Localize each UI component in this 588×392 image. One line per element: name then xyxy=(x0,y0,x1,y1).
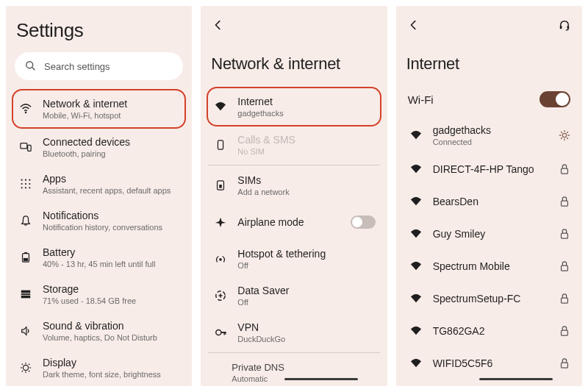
search-input[interactable]: Search settings xyxy=(15,52,183,80)
network-item-datasaver[interactable]: Data Saver Off xyxy=(208,277,379,314)
page-title: Internet xyxy=(406,54,572,74)
lock-icon xyxy=(559,357,570,369)
network-item-airplane[interactable]: Airplane mode xyxy=(208,204,379,240)
network-item-sub: DuckDuckGo xyxy=(237,335,375,343)
wifi-network-item[interactable]: Guy Smiley xyxy=(404,218,575,250)
settings-item-sub: Dark theme, font size, brightness xyxy=(43,370,180,379)
settings-item-sub: Notification history, conversations xyxy=(43,223,180,232)
wifi-label: Wi-Fi xyxy=(408,93,434,106)
phone-icon xyxy=(212,139,229,151)
settings-item-display[interactable]: Display Dark theme, font size, brightnes… xyxy=(13,349,184,386)
settings-item-label: Network & internet xyxy=(43,98,182,110)
settings-item-battery[interactable]: Battery 40% - 13 hr, 45 min left until f… xyxy=(13,239,184,276)
support-button[interactable] xyxy=(554,15,575,35)
search-icon xyxy=(25,60,37,72)
wifi-network-name: Guy Smiley xyxy=(433,228,550,240)
network-item-label: SIMs xyxy=(237,174,375,186)
wifi-network-name: Spectrum Mobile xyxy=(433,260,550,272)
network-item-label: Airplane mode xyxy=(237,216,341,228)
scrollbar[interactable] xyxy=(284,378,358,380)
settings-item-storage[interactable]: Storage 71% used - 18.54 GB free xyxy=(13,276,184,313)
scrollbar[interactable] xyxy=(479,378,553,380)
wifi-network-name: SpectrumSetup-FC xyxy=(433,293,550,304)
airplane-icon xyxy=(212,216,229,228)
devices-icon xyxy=(18,141,34,153)
settings-item-notifications[interactable]: Notifications Notification history, conv… xyxy=(13,202,184,239)
hotspot-icon xyxy=(212,253,229,265)
settings-panel: Settings Search settings Network & inter… xyxy=(6,6,192,386)
wifi-signal-icon xyxy=(408,196,424,207)
wifi-network-item[interactable]: SpectrumSetup-FC xyxy=(404,282,575,315)
network-item-sub: No SIM xyxy=(237,147,375,156)
settings-item-label: Storage xyxy=(43,283,180,295)
network-item-label: Internet xyxy=(237,96,376,107)
divider xyxy=(208,352,379,353)
airplane-toggle[interactable] xyxy=(351,215,376,229)
wifi-toggle[interactable] xyxy=(539,91,570,107)
network-item-sims[interactable]: SIMs Add a network xyxy=(208,167,379,204)
wifi-master-row[interactable]: Wi-Fi xyxy=(404,87,575,118)
wifi-network-item[interactable]: Spectrum Mobile xyxy=(404,250,575,282)
wifi-network-item[interactable]: gadgethacksConnected xyxy=(404,118,575,153)
wifi-network-name: WIFID5C5F6 xyxy=(433,357,550,369)
network-item-sub: Off xyxy=(237,298,375,307)
bell-icon xyxy=(18,215,34,227)
network-item-vpn[interactable]: VPN DuckDuckGo xyxy=(208,314,379,351)
headset-icon xyxy=(559,19,570,31)
wifi-signal-icon xyxy=(408,325,424,337)
storage-icon xyxy=(18,288,34,300)
settings-item-sub: Mobile, Wi-Fi, hotspot xyxy=(43,111,182,120)
wifi-signal-icon xyxy=(408,357,424,369)
lock-icon xyxy=(559,260,570,272)
wifi-network-item[interactable]: WIFID5C5F6 xyxy=(404,347,575,379)
settings-item-sound[interactable]: Sound & vibration Volume, haptics, Do No… xyxy=(13,313,184,349)
battery-icon xyxy=(18,252,34,263)
settings-item-label: Battery xyxy=(43,246,180,258)
lock-icon xyxy=(559,293,570,304)
settings-item-network[interactable]: Network & internet Mobile, Wi-Fi, hotspo… xyxy=(12,89,186,129)
wifi-network-name: gadgethacks xyxy=(433,124,550,136)
wifi-network-item[interactable]: TG862GA2 xyxy=(404,315,575,347)
settings-item-sub: Assistant, recent apps, default apps xyxy=(43,186,180,195)
settings-item-label: Display xyxy=(43,357,180,368)
settings-item-label: Sound & vibration xyxy=(43,320,180,332)
private-dns-label[interactable]: Private DNS xyxy=(208,354,379,374)
settings-item-label: Notifications xyxy=(43,210,180,221)
network-item-hotspot[interactable]: Hotspot & tethering Off xyxy=(208,240,379,277)
network-list: Internet gadgethacks Calls & SMS No SIM … xyxy=(208,87,379,386)
lock-icon xyxy=(559,228,570,240)
sound-icon xyxy=(18,325,34,337)
wifi-network-item[interactable]: DIRECT-4F-HP Tango xyxy=(404,153,575,185)
settings-item-sub: 40% - 13 hr, 45 min left until full xyxy=(43,260,180,268)
settings-item-apps[interactable]: Apps Assistant, recent apps, default app… xyxy=(13,165,184,202)
back-button[interactable] xyxy=(208,15,229,35)
back-icon xyxy=(408,19,420,31)
wifi-network-name: DIRECT-4F-HP Tango xyxy=(433,163,550,175)
wifi-network-status: Connected xyxy=(433,138,550,146)
network-item-sub: gadgethacks xyxy=(237,109,376,118)
settings-item-sub: Bluetooth, pairing xyxy=(43,149,180,158)
divider xyxy=(208,165,379,165)
gear-icon[interactable] xyxy=(559,129,570,141)
settings-item-sub: Volume, haptics, Do Not Disturb xyxy=(43,333,180,342)
wifi-network-item[interactable]: BearsDen xyxy=(404,185,575,218)
back-button[interactable] xyxy=(404,15,424,35)
private-dns-value: Automatic xyxy=(208,374,379,386)
network-item-label: Calls & SMS xyxy=(237,134,375,146)
network-item-label: Hotspot & tethering xyxy=(237,248,375,260)
internet-panel: Internet Wi-Fi gadgethacksConnectedDIREC… xyxy=(396,6,582,386)
sim-icon xyxy=(212,179,229,191)
wifi-network-list: gadgethacksConnectedDIRECT-4F-HP TangoBe… xyxy=(404,118,575,386)
lock-icon xyxy=(559,325,570,337)
network-panel: Network & internet Internet gadgethacks … xyxy=(201,6,387,386)
wifi-network-name: TG862GA2 xyxy=(433,325,550,337)
wifi-network-name: BearsDen xyxy=(433,196,550,207)
wifi-network-item[interactable]: BearsDen_EXT xyxy=(404,379,575,386)
back-icon xyxy=(212,19,224,31)
network-item-internet[interactable]: Internet gadgethacks xyxy=(207,87,381,126)
settings-item-label: Apps xyxy=(43,173,180,185)
page-title: Settings xyxy=(16,19,182,42)
settings-item-connected-devices[interactable]: Connected devices Bluetooth, pairing xyxy=(13,129,184,165)
wifi-icon xyxy=(18,103,34,115)
wifi-signal-icon xyxy=(408,260,424,272)
